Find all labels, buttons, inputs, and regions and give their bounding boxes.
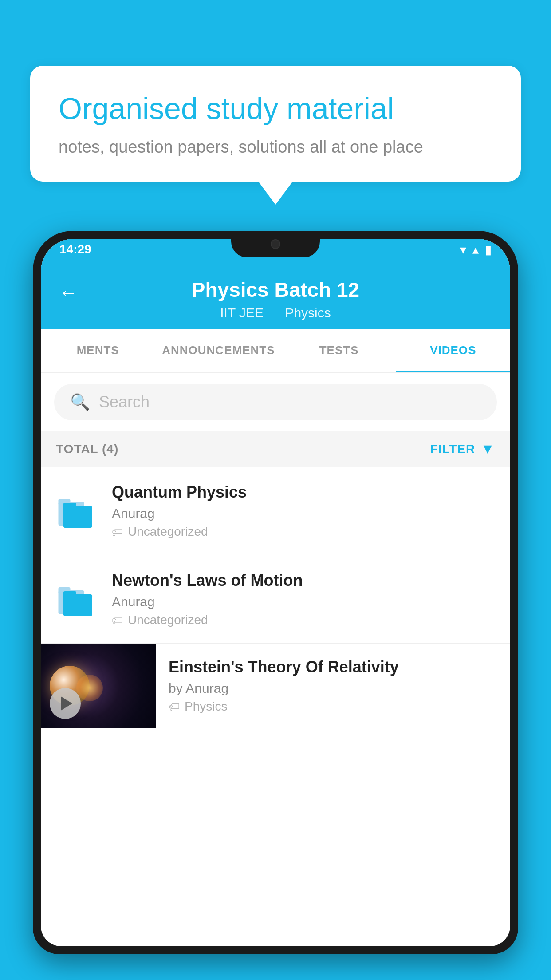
video-author: by Anurag xyxy=(169,681,497,696)
filter-row: TOTAL (4) FILTER ▼ xyxy=(41,431,510,467)
list-item[interactable]: Quantum Physics Anurag 🏷 Uncategorized xyxy=(41,467,510,555)
wifi-icon: ▾ xyxy=(460,242,466,257)
svg-rect-6 xyxy=(63,594,92,616)
speech-bubble-container: Organised study material notes, question… xyxy=(30,66,521,182)
header-title: Physics Batch 12 xyxy=(41,278,510,302)
category-text: Uncategorized xyxy=(128,525,208,539)
svg-rect-3 xyxy=(63,503,76,509)
list-item[interactable]: Newton's Laws of Motion Anurag 🏷 Uncateg… xyxy=(41,555,510,644)
folder-icon xyxy=(54,486,98,535)
camera-dot xyxy=(271,239,280,249)
tab-announcements[interactable]: ANNOUNCEMENTS xyxy=(155,329,282,373)
filter-label: FILTER xyxy=(430,442,475,456)
thumb-background xyxy=(41,644,156,728)
battery-icon: ▮ xyxy=(485,242,492,257)
folder-svg xyxy=(56,491,96,531)
video-info: Newton's Laws of Motion Anurag 🏷 Uncateg… xyxy=(112,571,497,627)
tabs-bar: MENTS ANNOUNCEMENTS TESTS VIDEOS xyxy=(41,329,510,373)
video-thumbnail xyxy=(41,644,156,728)
tab-ments[interactable]: MENTS xyxy=(41,329,155,373)
phone-status-bar: 14:29 ▾ ▴ ▮ xyxy=(33,231,518,280)
phone-frame: 14:29 ▾ ▴ ▮ ← Physics Batch 12 IIT JEE P… xyxy=(33,231,518,954)
svg-rect-2 xyxy=(63,506,92,528)
tab-videos[interactable]: VIDEOS xyxy=(396,329,510,373)
status-time: 14:29 xyxy=(59,242,91,257)
video-list: Quantum Physics Anurag 🏷 Uncategorized xyxy=(41,467,510,728)
speech-bubble-title: Organised study material xyxy=(59,91,492,127)
video-category: 🏷 Uncategorized xyxy=(112,613,497,627)
video-author: Anurag xyxy=(112,594,497,609)
svg-rect-7 xyxy=(63,591,76,597)
phone-wrapper: 14:29 ▾ ▴ ▮ ← Physics Batch 12 IIT JEE P… xyxy=(33,231,518,980)
play-button[interactable] xyxy=(50,688,81,719)
video-info: Einstein's Theory Of Relativity by Anura… xyxy=(156,644,497,727)
search-container: 🔍 Search xyxy=(41,373,510,431)
video-author: Anurag xyxy=(112,506,497,521)
category-text: Physics xyxy=(185,699,227,714)
search-bar[interactable]: 🔍 Search xyxy=(54,384,497,420)
list-item[interactable]: Einstein's Theory Of Relativity by Anura… xyxy=(41,644,510,728)
signal-icon: ▴ xyxy=(472,242,479,257)
phone-screen: ← Physics Batch 12 IIT JEE Physics MENTS… xyxy=(41,239,510,946)
filter-icon: ▼ xyxy=(480,441,495,457)
back-button[interactable]: ← xyxy=(59,281,78,304)
search-icon: 🔍 xyxy=(70,393,90,411)
header-subtitle-left: IIT JEE xyxy=(220,305,264,320)
glow-visual xyxy=(76,675,103,701)
total-label: TOTAL (4) xyxy=(56,442,118,456)
header-subtitle-right: Physics xyxy=(285,305,331,320)
speech-bubble-subtitle: notes, question papers, solutions all at… xyxy=(59,138,492,157)
video-category: 🏷 Physics xyxy=(169,699,497,714)
tag-icon: 🏷 xyxy=(112,525,123,539)
folder-svg xyxy=(56,579,96,619)
play-icon xyxy=(61,696,72,711)
video-category: 🏷 Uncategorized xyxy=(112,525,497,539)
status-icons: ▾ ▴ ▮ xyxy=(460,242,492,257)
tag-icon: 🏷 xyxy=(169,700,180,714)
video-title: Einstein's Theory Of Relativity xyxy=(169,658,497,676)
tag-icon: 🏷 xyxy=(112,613,123,627)
search-input[interactable]: Search xyxy=(99,393,150,411)
video-title: Quantum Physics xyxy=(112,483,497,502)
category-text: Uncategorized xyxy=(128,613,208,627)
phone-notch xyxy=(231,231,320,257)
header-subtitle: IIT JEE Physics xyxy=(41,305,510,320)
filter-button[interactable]: FILTER ▼ xyxy=(430,441,495,457)
folder-icon xyxy=(54,575,98,624)
video-title: Newton's Laws of Motion xyxy=(112,571,497,590)
video-info: Quantum Physics Anurag 🏷 Uncategorized xyxy=(112,483,497,539)
speech-bubble: Organised study material notes, question… xyxy=(30,66,521,182)
tab-tests[interactable]: TESTS xyxy=(282,329,396,373)
